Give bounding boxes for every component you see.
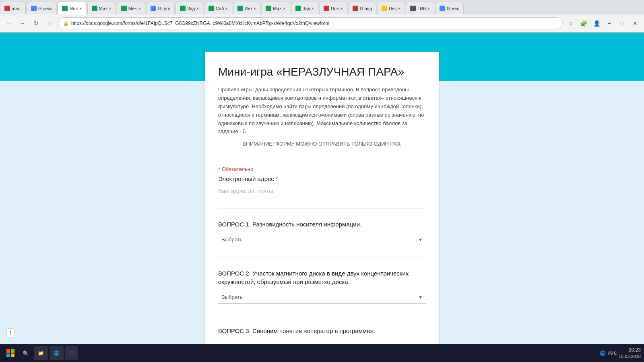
email-label: Электронный адрес * bbox=[218, 175, 426, 182]
profile-button[interactable]: 👤 bbox=[591, 18, 602, 29]
address-text: https://docs.google.com/forms/d/e/1FAIpQ… bbox=[71, 21, 557, 26]
bookmark-button[interactable]: ☆ bbox=[565, 18, 576, 29]
email-input[interactable] bbox=[218, 185, 426, 197]
form-card: Мини-игра «НЕРАЗЛУЧНАЯ ПАРА» Правила игр… bbox=[205, 49, 439, 359]
tab-label: Ми× × bbox=[273, 6, 285, 11]
clock-date: 15.03.2018 bbox=[619, 354, 641, 360]
svg-rect-3 bbox=[11, 354, 14, 357]
tab-google[interactable]: G гугл bbox=[146, 2, 175, 14]
tab-zad-2[interactable]: Зад × bbox=[291, 2, 319, 14]
form-description: Правила игры: даны определения некоторых… bbox=[218, 86, 426, 136]
taskbar-chrome[interactable]: 🌐 bbox=[50, 346, 64, 360]
tab-favicon bbox=[237, 6, 243, 11]
word-icon: W bbox=[69, 350, 74, 356]
question-1-label: ВОПРОС 1. Разновидность носителя информа… bbox=[218, 220, 426, 228]
tab-label: Зад × bbox=[187, 6, 199, 11]
tab-bar: mai.. G ueus Ми× × Ми× × Ми× × G гугл За… bbox=[0, 0, 644, 14]
address-bar[interactable]: 🔒 https://docs.google.com/forms/d/e/1FAI… bbox=[58, 17, 563, 29]
search-icon: 🔍 bbox=[23, 350, 29, 356]
back-button[interactable]: ← bbox=[3, 18, 14, 29]
refresh-button[interactable]: ↻ bbox=[31, 18, 42, 29]
tab-favicon bbox=[266, 6, 271, 11]
tab-pis[interactable]: Пис × bbox=[377, 2, 405, 14]
tab-label: Инт × bbox=[245, 6, 256, 11]
close-button[interactable]: ✕ bbox=[630, 18, 641, 29]
question-1-section: ВОПРОС 1. Разновидность носителя информа… bbox=[218, 220, 426, 246]
tab-favicon bbox=[4, 6, 10, 11]
tab-favicon bbox=[208, 6, 214, 11]
tab-favicon bbox=[410, 6, 416, 11]
divider-1 bbox=[218, 208, 426, 209]
tab-favicon bbox=[180, 6, 186, 11]
tab-yandex[interactable]: G янд bbox=[348, 2, 376, 14]
tab-label: G гугл bbox=[158, 6, 170, 11]
home-button[interactable]: ⌂ bbox=[44, 18, 56, 29]
question-2-dropdown[interactable]: Выбрать bbox=[218, 291, 426, 304]
taskbar-search-button[interactable]: 🔍 bbox=[19, 349, 32, 358]
question-2-section: ВОПРОС 2. Участок магнитного диска в вид… bbox=[218, 269, 426, 304]
nav-bar: ← → ↻ ⌂ 🔒 https://docs.google.com/forms/… bbox=[0, 14, 644, 32]
clock-time: 20:23 bbox=[619, 347, 641, 354]
tab-mini-2[interactable]: Ми× × bbox=[87, 2, 116, 14]
tab-label: Пис × bbox=[389, 6, 400, 11]
divider-2 bbox=[218, 257, 426, 258]
tab-label: Ми× × bbox=[128, 6, 141, 11]
tab-po[interactable]: По× × bbox=[319, 2, 347, 14]
tab-favicon bbox=[353, 6, 358, 11]
tab-label: Сай × bbox=[216, 6, 228, 11]
question-3-label: ВОПРОС 3. Синоним понятия «оператор в пр… bbox=[218, 327, 426, 335]
required-note: * Обязательно bbox=[205, 160, 439, 175]
tab-int[interactable]: Инт × bbox=[233, 2, 261, 14]
page-content: Мини-игра «НЕРАЗЛУЧНАЯ ПАРА» Правила игр… bbox=[0, 81, 644, 362]
question-1-select-wrapper: Выбрать bbox=[218, 233, 426, 246]
tab-mini-3[interactable]: Ми× × bbox=[117, 2, 145, 14]
tab-favicon bbox=[92, 6, 97, 11]
tab-zad-1[interactable]: Зад × bbox=[175, 2, 203, 14]
tab-favicon bbox=[62, 6, 68, 11]
email-label-text: Электронный адрес bbox=[218, 175, 274, 182]
warning-badge: ! bbox=[6, 328, 15, 338]
tab-mini-4[interactable]: Ми× × bbox=[261, 2, 290, 14]
tab-favicon bbox=[440, 6, 445, 11]
forward-button[interactable]: → bbox=[17, 18, 28, 29]
taskbar-word[interactable]: W bbox=[65, 346, 78, 360]
tab-label: Ми× × bbox=[99, 6, 111, 11]
lock-icon: 🔒 bbox=[63, 21, 69, 26]
minimize-button[interactable]: − bbox=[604, 18, 615, 29]
lang-indicator: РУС bbox=[608, 351, 617, 356]
svg-rect-0 bbox=[6, 349, 10, 353]
email-section: Электронный адрес * bbox=[218, 175, 426, 197]
tab-mail[interactable]: mai.. bbox=[0, 2, 26, 14]
question-3-section: ВОПРОС 3. Синоним понятия «оператор в пр… bbox=[218, 327, 426, 335]
form-title: Мини-игра «НЕРАЗЛУЧНАЯ ПАРА» bbox=[218, 65, 426, 79]
tab-giv[interactable]: ГИВ × bbox=[406, 2, 434, 14]
tab-sai[interactable]: Сай × bbox=[204, 2, 232, 14]
question-1-dropdown[interactable]: Выбрать bbox=[218, 233, 426, 246]
tab-label: G ueus bbox=[38, 6, 52, 11]
maximize-button[interactable]: □ bbox=[617, 18, 628, 29]
browser-chrome: mai.. G ueus Ми× × Ми× × Ми× × G гугл За… bbox=[0, 0, 644, 33]
tab-label: Зад × bbox=[303, 6, 314, 11]
form-warning: ВНИМАНИЕ! ФОРМУ МОЖНО ОТПРАВИТЬ ТОЛЬКО О… bbox=[218, 141, 426, 147]
tab-favicon bbox=[324, 6, 329, 11]
svg-rect-1 bbox=[11, 349, 14, 353]
tab-g-ueus[interactable]: G ueus bbox=[27, 2, 57, 14]
svg-rect-2 bbox=[6, 354, 10, 357]
tab-favicon bbox=[382, 6, 387, 11]
tab-label: G янд bbox=[360, 6, 372, 11]
nav-actions: ☆ 🧩 👤 − □ ✕ bbox=[565, 18, 641, 29]
tab-mes[interactable]: G мес bbox=[435, 2, 464, 14]
taskbar: 🔍 📁 🌐 W 🌐 РУС 20:23 15.03.2018 bbox=[0, 344, 644, 362]
form-header: Мини-игра «НЕРАЗЛУЧНАЯ ПАРА» Правила игр… bbox=[205, 49, 439, 160]
tab-label: По× × bbox=[331, 6, 343, 11]
question-2-select-wrapper: Выбрать bbox=[218, 291, 426, 304]
tab-favicon bbox=[121, 6, 127, 11]
tab-label: G мес bbox=[447, 6, 459, 11]
start-button[interactable] bbox=[3, 346, 18, 360]
extension-button[interactable]: 🧩 bbox=[578, 18, 589, 29]
tab-mini-active[interactable]: Ми× × bbox=[58, 2, 86, 14]
taskbar-explorer[interactable]: 📁 bbox=[34, 346, 48, 360]
windows-logo-icon bbox=[6, 349, 14, 357]
tray-icons: 🌐 РУС bbox=[600, 350, 617, 356]
form-body: Электронный адрес * ВОПРОС 1. Разновидно… bbox=[205, 175, 439, 359]
